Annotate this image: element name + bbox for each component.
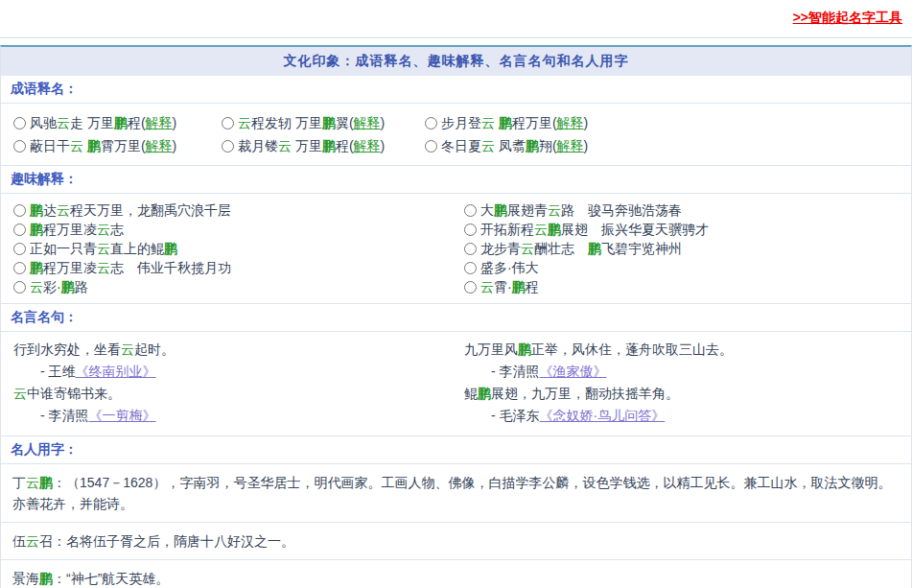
fun-option-text: 开拓新程云鹏展翅 振兴华夏天骥骋才	[480, 220, 709, 239]
paren-close: )	[381, 112, 386, 133]
fun-radio[interactable]	[464, 223, 477, 236]
famous-person-row: 丁云鹏：（1547－1628），字南羽，号圣华居士，明代画家。工画人物、佛像，白…	[1, 464, 911, 523]
quote-attribution: - 李清照《一剪梅》	[13, 406, 464, 426]
fun-option-text: 鹏达云程天万里，龙翻禹穴浪千层	[30, 200, 231, 220]
fun-radio[interactable]	[464, 281, 477, 294]
idiom-radio[interactable]	[425, 140, 437, 153]
quote-text: 云中谁寄锦书来。	[13, 384, 464, 404]
explain-link[interactable]: 解释	[146, 135, 173, 156]
quote-author: - 毛泽东	[491, 408, 540, 423]
idiom-option[interactable]: 冬日夏云 凤翥鹏翔(解释)	[425, 135, 899, 156]
quote-attribution: - 李清照《渔家傲》	[464, 362, 899, 382]
paren-close: )	[173, 112, 177, 133]
fun-radio[interactable]	[13, 262, 26, 274]
quote-work-link[interactable]: 《念奴娇·鸟儿问答》	[540, 408, 666, 423]
top-strip: >>智能起名字工具	[0, 0, 912, 38]
quotes-right-column: 九万里风鹏正举，风休住，蓬舟吹取三山去。 - 李清照《渔家傲》 鲲鹏展翅，九万里…	[464, 340, 899, 428]
fun-option[interactable]: 大鹏展翅青云路 骏马奔驰浩荡春	[464, 200, 899, 220]
fun-option-text: 盛多·伟大	[480, 258, 539, 277]
fun-option[interactable]: 鹏达云程天万里，龙翻禹穴浪千层	[13, 200, 464, 220]
paren-close: )	[381, 135, 386, 156]
famous-person-text: 丁云鹏：（1547－1628），字南羽，号圣华居士，明代画家。工画人物、佛像，白…	[12, 475, 891, 511]
fun-radio[interactable]	[13, 281, 26, 294]
fun-option[interactable]: 云彩·鹏路	[13, 277, 464, 296]
idiom-radio[interactable]	[425, 117, 437, 129]
famous-person-row: 伍云召：名将伍子胥之后，隋唐十八好汉之一。	[1, 523, 911, 560]
quote-author: - 王维	[40, 364, 76, 379]
fun-right-column: 大鹏展翅青云路 骏马奔驰浩荡春 开拓新程云鹏展翅 振兴华夏天骥骋才 龙步青云酬壮…	[464, 200, 899, 296]
fun-option-text: 鹏程万里凌云志	[30, 220, 124, 239]
culture-impression-panel: 文化印象：成语释名、趣味解释、名言名句和名人用字 成语释名： 风驰云走 万里鹏程…	[0, 45, 912, 588]
idiom-radio[interactable]	[222, 117, 234, 129]
smart-naming-tool-link[interactable]: >>智能起名字工具	[793, 10, 902, 27]
idiom-radio[interactable]	[13, 140, 26, 153]
idiom-option-text: 步月登云 鹏程万里	[441, 112, 552, 133]
fun-radio[interactable]	[13, 223, 26, 236]
idiom-option-text: 冬日夏云 凤翥鹏翔	[441, 135, 552, 156]
panel-title: 文化印象：成语释名、趣味解释、名言名句和名人用字	[1, 47, 911, 76]
idiom-option-text: 风驰云走 万里鹏程	[30, 112, 141, 133]
quote-attribution: - 毛泽东《念奴娇·鸟儿问答》	[464, 406, 899, 426]
fun-option[interactable]: 云霄·鹏程	[464, 277, 899, 296]
idiom-option[interactable]: 风驰云走 万里鹏程(解释)	[13, 112, 222, 133]
idiom-option[interactable]: 云程发轫 万里鹏翼(解释)	[222, 112, 425, 133]
fun-option-text: 正如一只青云直上的鲲鹏	[30, 239, 177, 258]
explain-link[interactable]: 解释	[354, 135, 381, 156]
quote-work-link[interactable]: 《终南别业》	[76, 364, 156, 379]
section-header-idioms: 成语释名：	[1, 76, 911, 104]
idiom-option[interactable]: 步月登云 鹏程万里(解释)	[425, 112, 899, 133]
section-header-fun-interpretations: 趣味解释：	[1, 166, 911, 194]
fun-option[interactable]: 正如一只青云直上的鲲鹏	[13, 239, 464, 258]
fun-option-text: 龙步青云酬壮志 鹏飞碧宇览神州	[480, 239, 682, 258]
section-header-famous-quotes: 名言名句：	[1, 304, 911, 332]
fun-left-column: 鹏达云程天万里，龙翻禹穴浪千层 鹏程万里凌云志 正如一只青云直上的鲲鹏 鹏程万里…	[13, 200, 464, 296]
idiom-option-text: 裁月镂云 万里鹏程	[238, 135, 349, 156]
quote-text: 九万里风鹏正举，风休住，蓬舟吹取三山去。	[464, 340, 899, 360]
quote-text: 行到水穷处，坐看云起时。	[13, 340, 464, 360]
paren-close: )	[584, 135, 589, 156]
section-header-famous-people: 名人用字：	[1, 436, 911, 464]
famous-person-row: 景海鹏：“神七”航天英雄。	[1, 560, 911, 588]
fun-option-text: 鹏程万里凌云志 伟业千秋揽月功	[30, 258, 231, 277]
quote-attribution: - 王维《终南别业》	[13, 362, 464, 382]
fun-radio[interactable]	[13, 204, 26, 217]
explain-link[interactable]: 解释	[146, 112, 173, 133]
fun-option[interactable]: 龙步青云酬壮志 鹏飞碧宇览神州	[464, 239, 899, 258]
fun-interpretation-options: 鹏达云程天万里，龙翻禹穴浪千层 鹏程万里凌云志 正如一只青云直上的鲲鹏 鹏程万里…	[1, 194, 911, 304]
fun-option-text: 大鹏展翅青云路 骏马奔驰浩荡春	[480, 200, 682, 220]
fun-option[interactable]: 鹏程万里凌云志 伟业千秋揽月功	[13, 258, 464, 277]
idiom-radio[interactable]	[222, 140, 234, 153]
fun-radio[interactable]	[464, 262, 477, 274]
paren-close: )	[584, 112, 589, 133]
quote-work-link[interactable]: 《一剪梅》	[89, 408, 156, 423]
explain-link[interactable]: 解释	[354, 112, 381, 133]
fun-radio[interactable]	[464, 243, 477, 255]
idiom-radio[interactable]	[13, 117, 26, 129]
fun-option[interactable]: 开拓新程云鹏展翅 振兴华夏天骥骋才	[464, 220, 899, 239]
fun-radio[interactable]	[464, 204, 477, 217]
fun-option[interactable]: 鹏程万里凌云志	[13, 220, 464, 239]
idiom-option-text: 蔽日干云 鹏霄万里	[30, 135, 141, 156]
quote-text: 鲲鹏展翅，九万里，翻动扶摇羊角。	[464, 384, 899, 404]
idiom-option[interactable]: 蔽日干云 鹏霄万里(解释)	[13, 135, 222, 156]
quote-work-link[interactable]: 《渔家傲》	[540, 364, 607, 379]
fun-option-text: 云霄·鹏程	[480, 277, 539, 296]
fun-radio[interactable]	[13, 243, 26, 255]
idiom-options: 风驰云走 万里鹏程(解释) 云程发轫 万里鹏翼(解释) 步月登云 鹏程万里(解释…	[1, 104, 911, 166]
paren-close: )	[173, 135, 177, 156]
quotes-left-column: 行到水穷处，坐看云起时。 - 王维《终南别业》 云中谁寄锦书来。 - 李清照《一…	[13, 340, 464, 428]
explain-link[interactable]: 解释	[557, 112, 584, 133]
explain-link[interactable]: 解释	[557, 135, 584, 156]
fun-option[interactable]: 盛多·伟大	[464, 258, 899, 277]
idiom-option[interactable]: 裁月镂云 万里鹏程(解释)	[222, 135, 425, 156]
famous-quotes: 行到水穷处，坐看云起时。 - 王维《终南别业》 云中谁寄锦书来。 - 李清照《一…	[1, 332, 911, 436]
famous-person-text: 景海鹏：“神七”航天英雄。	[12, 571, 169, 586]
idiom-option-text: 云程发轫 万里鹏翼	[238, 112, 349, 133]
fun-option-text: 云彩·鹏路	[30, 277, 88, 296]
page: >>智能起名字工具 文化印象：成语释名、趣味解释、名言名句和名人用字 成语释名：…	[0, 0, 912, 588]
quote-author: - 李清照	[491, 364, 540, 379]
famous-person-text: 伍云召：名将伍子胥之后，隋唐十八好汉之一。	[12, 533, 294, 549]
quote-author: - 李清照	[40, 408, 89, 423]
